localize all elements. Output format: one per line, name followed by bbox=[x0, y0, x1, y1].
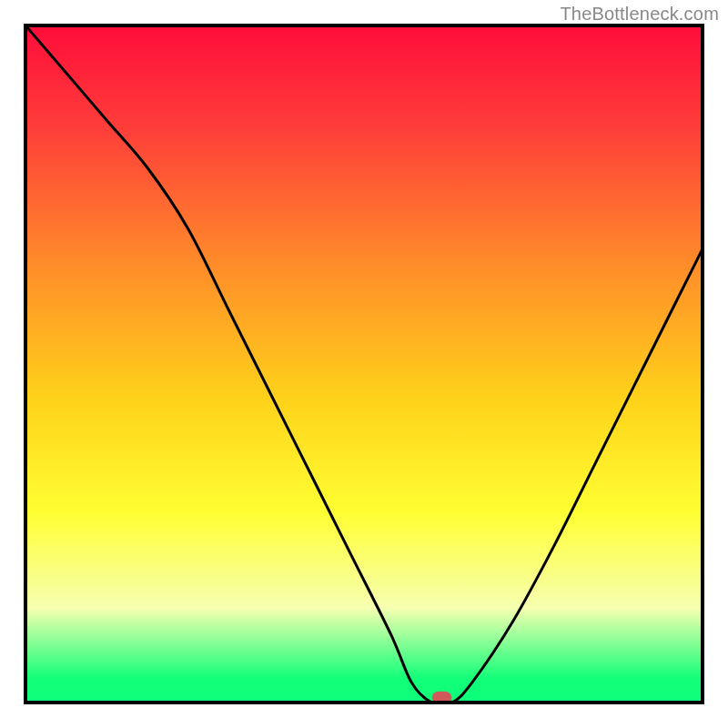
chart-root: TheBottleneck.com bbox=[0, 0, 728, 728]
plot-background bbox=[25, 25, 703, 703]
watermark-text: TheBottleneck.com bbox=[560, 4, 719, 25]
bottleneck-chart-svg bbox=[0, 0, 728, 728]
